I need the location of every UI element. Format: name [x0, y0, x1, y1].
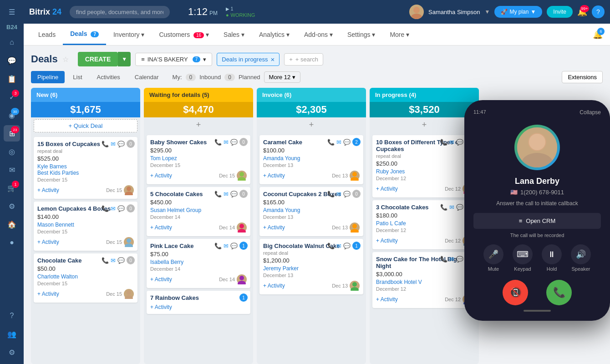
- add-activity[interactable]: + Activity: [150, 224, 172, 231]
- email-icon[interactable]: ✉: [224, 243, 229, 249]
- deal-card[interactable]: 1 Big Chocolate Walnut Cake repeat deal …: [259, 239, 363, 294]
- deal-contact[interactable]: Charlotte Walton: [37, 273, 134, 280]
- deal-card[interactable]: 0 Coconut Cupcakes 2 Boxes $165.00 Amand…: [259, 187, 363, 236]
- feed-icon[interactable]: 📋: [4, 71, 20, 87]
- phone-icon[interactable]: 📞: [327, 139, 335, 146]
- deal-contact[interactable]: Amanda Young: [263, 207, 360, 213]
- email-icon[interactable]: ✉: [224, 139, 229, 146]
- subnav-calendar[interactable]: Calendar: [128, 71, 165, 83]
- user-avatar[interactable]: [409, 5, 424, 19]
- add-deal-invoice[interactable]: +: [257, 117, 366, 132]
- my-plan-button[interactable]: 🚀 My plan ▼: [494, 6, 542, 18]
- nav-more[interactable]: More ▾: [382, 25, 417, 45]
- dot-icon[interactable]: ●: [4, 234, 20, 251]
- accept-call-button[interactable]: 📞: [546, 280, 572, 305]
- hold-control[interactable]: ⏸ Hold: [542, 244, 562, 272]
- keypad-icon[interactable]: ⌨: [513, 244, 533, 264]
- phone-icon[interactable]: 📞: [102, 205, 109, 212]
- collapse-button[interactable]: Collapse: [580, 109, 601, 116]
- add-activity[interactable]: + Activity: [150, 276, 172, 283]
- speaker-control[interactable]: 🔊 Speaker: [571, 244, 591, 272]
- email-icon[interactable]: ✉: [449, 256, 454, 263]
- filter-icon[interactable]: ⊞23: [4, 125, 20, 142]
- topnav-notif[interactable]: 🔔 6: [593, 30, 603, 40]
- email-icon[interactable]: ✉: [111, 205, 116, 212]
- deal-contact[interactable]: Susan Helmet Group: [150, 207, 247, 213]
- invite-button[interactable]: Invite: [547, 6, 573, 18]
- connector-icon[interactable]: ⚙: [4, 198, 20, 214]
- more-button[interactable]: More 12 ▾: [264, 71, 300, 83]
- end-call-button[interactable]: 📵: [503, 280, 528, 305]
- add-activity[interactable]: + Activity: [376, 238, 398, 244]
- target-icon[interactable]: ◎: [4, 143, 20, 160]
- add-deal-inprogress[interactable]: +: [370, 117, 479, 132]
- extensions-button[interactable]: Extensions: [562, 71, 603, 83]
- deal-contact[interactable]: Kyle Barnes: [37, 163, 134, 170]
- people-icon[interactable]: 👥: [4, 326, 20, 342]
- comment-icon[interactable]: 💬: [230, 191, 238, 197]
- add-activity[interactable]: + Activity: [263, 283, 285, 289]
- email-icon[interactable]: ✉: [111, 141, 116, 147]
- comment-icon[interactable]: 💬: [117, 141, 125, 147]
- menu-icon[interactable]: ☰: [4, 4, 20, 20]
- nav-sales[interactable]: Sales ▾: [216, 25, 252, 45]
- subnav-activities[interactable]: Activities: [91, 71, 127, 83]
- add-activity[interactable]: + Activity: [263, 172, 285, 179]
- phone-icon[interactable]: 📞: [440, 256, 447, 263]
- email-icon[interactable]: ✉: [336, 191, 341, 197]
- comment-icon[interactable]: 💬: [343, 191, 351, 197]
- deal-contact[interactable]: Jeremy Parker: [263, 265, 360, 272]
- deal-company[interactable]: Best Kids Parties: [37, 170, 134, 176]
- shop-icon[interactable]: 🛒1: [4, 180, 20, 196]
- comment-icon[interactable]: 💬: [343, 139, 351, 146]
- chat-icon[interactable]: 💬: [4, 52, 20, 69]
- comment-icon[interactable]: 💬: [456, 204, 463, 211]
- crm-icon[interactable]: ◉30: [4, 107, 20, 123]
- favorite-icon[interactable]: ☆: [62, 55, 69, 64]
- nav-settings[interactable]: Settings ▾: [340, 25, 382, 45]
- deal-contact[interactable]: Tom Lopez: [150, 155, 247, 162]
- help-button[interactable]: ?: [592, 5, 605, 18]
- nav-customers[interactable]: Customers 16 ▾: [152, 25, 216, 45]
- gear-icon[interactable]: ⚙: [4, 344, 20, 360]
- add-activity[interactable]: + Activity: [376, 186, 398, 192]
- add-activity[interactable]: + Activity: [150, 172, 172, 179]
- speaker-icon[interactable]: 🔊: [571, 244, 591, 264]
- deal-card[interactable]: 2 Caramel Cake $100.00 Amanda Young Dece…: [259, 135, 363, 184]
- deal-contact[interactable]: Ruby Jones: [376, 168, 473, 175]
- open-crm-button[interactable]: ≡ Open CRM: [473, 213, 601, 229]
- deal-card[interactable]: 0 5 Chocolate Cakes $450.00 Susan Helmet…: [147, 187, 250, 236]
- nav-analytics[interactable]: Analytics ▾: [252, 25, 297, 45]
- comment-icon[interactable]: 💬: [456, 139, 463, 146]
- email-icon[interactable]: ✉: [449, 204, 454, 211]
- hold-icon[interactable]: ⏸: [542, 244, 562, 264]
- phone-icon[interactable]: 📞: [327, 243, 335, 249]
- comment-icon[interactable]: 💬: [230, 139, 238, 146]
- inline-search[interactable]: + + search: [284, 53, 323, 66]
- global-search[interactable]: [70, 6, 170, 18]
- phone-icon[interactable]: 📞: [102, 257, 109, 264]
- deal-contact[interactable]: Amanda Young: [263, 155, 360, 162]
- deal-card[interactable]: 0 Baby Shower Cakes $295.00 Tom Lopez De…: [147, 135, 250, 184]
- comment-icon[interactable]: 💬: [456, 256, 463, 263]
- subnav-list[interactable]: List: [66, 71, 88, 83]
- nav-leads[interactable]: Leads: [31, 25, 63, 45]
- nav-deals[interactable]: Deals 7: [63, 24, 106, 45]
- deal-card[interactable]: 0 10 Boxes of Different Types of Cupcake…: [372, 135, 476, 197]
- create-button[interactable]: CREATE: [78, 52, 118, 66]
- deal-contact[interactable]: Patio L Cafe: [376, 220, 473, 227]
- keypad-control[interactable]: ⌨ Keypad: [513, 244, 533, 272]
- add-activity[interactable]: + Activity: [263, 224, 285, 231]
- filter-button[interactable]: ≡ INA'S BAKERY 7 ▾: [135, 53, 212, 66]
- comment-icon[interactable]: 💬: [343, 243, 351, 249]
- add-activity[interactable]: + Activity: [37, 239, 59, 245]
- phone-icon[interactable]: 📞: [440, 204, 447, 211]
- mail-icon[interactable]: ✉: [4, 162, 20, 178]
- mute-control[interactable]: 🎤 Mute: [483, 244, 503, 272]
- phone-icon[interactable]: 📞: [102, 141, 109, 147]
- comment-icon[interactable]: 💬: [230, 243, 238, 249]
- add-activity[interactable]: + Activity: [37, 187, 59, 193]
- deal-contact[interactable]: Isabella Berry: [150, 259, 247, 265]
- phone-icon[interactable]: 📞: [214, 191, 222, 197]
- notifications-bell[interactable]: 🔔 99+: [577, 7, 587, 17]
